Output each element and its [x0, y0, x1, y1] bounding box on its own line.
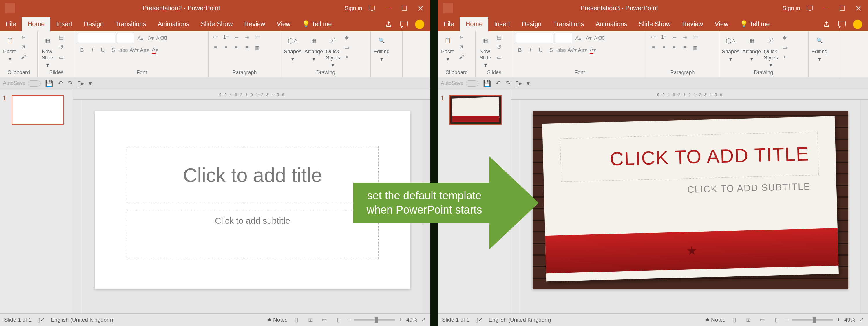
tab-view[interactable]: View — [271, 17, 296, 31]
bullets-icon[interactable]: • ≡ — [211, 33, 220, 41]
thumb-preview[interactable] — [11, 95, 64, 125]
align-right-icon[interactable]: ≡ — [232, 43, 241, 52]
quick-styles-button[interactable]: 🖊Quick Styles▾ — [763, 33, 778, 69]
vertical-scrollbar[interactable] — [860, 100, 868, 313]
columns-icon[interactable]: ▥ — [690, 43, 700, 52]
zoom-out-icon[interactable]: − — [347, 317, 350, 323]
autosave-toggle[interactable]: AutoSave — [3, 80, 40, 87]
align-right-icon[interactable]: ≡ — [670, 43, 679, 52]
layout-icon[interactable]: ▤ — [57, 33, 65, 42]
reset-icon[interactable]: ↺ — [495, 43, 503, 52]
notes-button[interactable]: ≐ Notes — [267, 317, 288, 323]
align-left-icon[interactable]: ≡ — [649, 43, 658, 52]
section-icon[interactable]: ▭ — [57, 53, 65, 61]
ribbon-display-icon[interactable] — [806, 4, 813, 12]
tab-transitions[interactable]: Transitions — [110, 17, 152, 31]
font-color-icon[interactable]: A▾ — [589, 46, 597, 55]
numbering-icon[interactable]: 1≡ — [659, 33, 669, 41]
shape-effects-icon[interactable]: ✦ — [780, 53, 789, 61]
ribbon-display-icon[interactable] — [368, 4, 376, 12]
indent-inc-icon[interactable]: ⇥ — [680, 33, 689, 41]
font-family-select[interactable] — [78, 33, 115, 43]
spell-check-icon[interactable]: ▯✓ — [475, 317, 483, 323]
tab-slideshow[interactable]: Slide Show — [633, 17, 676, 31]
indent-dec-icon[interactable]: ⇤ — [232, 33, 241, 41]
justify-icon[interactable]: ≣ — [680, 43, 689, 52]
slide-canvas[interactable]: CLICK TO ADD TITLE CLICK TO ADD SUBTITLE… — [521, 100, 860, 313]
strike-button[interactable]: abe — [119, 46, 128, 55]
sign-in-link[interactable]: Sign in — [345, 5, 362, 11]
notes-button[interactable]: ≐ Notes — [705, 317, 725, 323]
indent-dec-icon[interactable]: ⇤ — [670, 33, 679, 41]
change-case-icon[interactable]: Aa▾ — [578, 46, 587, 55]
tab-insert[interactable]: Insert — [51, 17, 78, 31]
font-size-select[interactable] — [117, 33, 134, 43]
tab-review[interactable]: Review — [676, 17, 709, 31]
change-case-icon[interactable]: Aa▾ — [140, 46, 149, 55]
shape-outline-icon[interactable]: ▭ — [780, 43, 789, 52]
editing-button[interactable]: 🔍Editing▾ — [811, 33, 828, 63]
spell-check-icon[interactable]: ▯✓ — [37, 317, 45, 323]
char-spacing-icon[interactable]: AV▾ — [568, 46, 576, 55]
sign-in-link[interactable]: Sign in — [782, 5, 800, 11]
zoom-level[interactable]: 49% — [844, 317, 855, 323]
shapes-button[interactable]: ◯△Shapes▾ — [283, 33, 302, 63]
zoom-in-icon[interactable]: + — [399, 317, 402, 323]
bold-button[interactable]: B — [516, 46, 524, 55]
tab-file[interactable]: File — [438, 17, 460, 31]
maximize-icon[interactable] — [838, 4, 846, 12]
comments-icon[interactable] — [400, 21, 408, 28]
minimize-icon[interactable] — [822, 4, 830, 12]
tab-review[interactable]: Review — [238, 17, 271, 31]
maximize-icon[interactable] — [401, 4, 408, 12]
language-indicator[interactable]: English (United Kingdom) — [489, 317, 551, 323]
thumbnail-pane[interactable]: 1 — [0, 90, 73, 313]
shapes-button[interactable]: ◯△Shapes▾ — [721, 33, 740, 63]
arrange-button[interactable]: ▦Arrange▾ — [742, 33, 762, 63]
columns-icon[interactable]: ▥ — [253, 43, 262, 52]
font-family-select[interactable] — [516, 33, 553, 43]
zoom-level[interactable]: 49% — [406, 317, 417, 323]
line-spacing-icon[interactable]: ‡≡ — [690, 33, 700, 41]
new-slide-button[interactable]: ▦New Slide▾ — [478, 33, 493, 69]
bullets-icon[interactable]: • ≡ — [649, 33, 658, 41]
clear-format-icon[interactable]: A⌫ — [157, 34, 166, 42]
slide-indicator[interactable]: Slide 1 of 1 — [4, 317, 32, 323]
title-placeholder[interactable]: CLICK TO ADD TITLE — [560, 131, 819, 182]
align-center-icon[interactable]: ≡ — [659, 43, 669, 52]
qat-dropdown-icon[interactable]: ▾ — [527, 80, 530, 87]
tab-animations[interactable]: Animations — [590, 17, 633, 31]
close-icon[interactable] — [855, 4, 862, 12]
section-icon[interactable]: ▭ — [495, 53, 503, 61]
tab-slideshow[interactable]: Slide Show — [195, 17, 238, 31]
fit-to-window-icon[interactable]: ⤢ — [859, 317, 864, 323]
clear-format-icon[interactable]: A⌫ — [595, 34, 603, 42]
quick-styles-button[interactable]: 🖊Quick Styles▾ — [325, 33, 341, 69]
zoom-out-icon[interactable]: − — [785, 317, 788, 323]
save-icon[interactable]: 💾 — [483, 80, 491, 87]
shrink-font-icon[interactable]: A▾ — [585, 34, 593, 42]
fit-to-window-icon[interactable]: ⤢ — [422, 317, 426, 323]
format-painter-icon[interactable]: 🖌 — [457, 53, 466, 61]
sorter-view-icon[interactable]: ⊞ — [743, 316, 753, 324]
shape-effects-icon[interactable]: ✦ — [342, 53, 351, 61]
shadow-button[interactable]: S — [109, 46, 118, 55]
subtitle-placeholder[interactable]: CLICK TO ADD SUBTITLE — [561, 177, 819, 201]
sorter-view-icon[interactable]: ⊞ — [306, 316, 315, 324]
arrange-button[interactable]: ▦Arrange▾ — [304, 33, 323, 63]
qat-dropdown-icon[interactable]: ▾ — [89, 80, 92, 87]
grow-font-icon[interactable]: A▴ — [136, 34, 145, 42]
shrink-font-icon[interactable]: A▾ — [147, 34, 155, 42]
normal-view-icon[interactable]: ▯ — [730, 316, 739, 324]
thumb-preview[interactable] — [450, 95, 502, 125]
slide[interactable]: CLICK TO ADD TITLE CLICK TO ADD SUBTITLE… — [533, 111, 848, 289]
subtitle-placeholder[interactable]: Click to add subtitle — [127, 210, 378, 259]
autosave-toggle[interactable]: AutoSave — [441, 80, 478, 87]
copy-icon[interactable]: ⧉ — [19, 43, 28, 52]
slideshow-view-icon[interactable]: ▯ — [771, 316, 781, 324]
italic-button[interactable]: I — [526, 46, 535, 55]
layout-icon[interactable]: ▤ — [495, 33, 503, 42]
underline-button[interactable]: U — [536, 46, 545, 55]
font-color-icon[interactable]: A▾ — [151, 46, 159, 55]
smiley-icon[interactable] — [415, 20, 424, 29]
